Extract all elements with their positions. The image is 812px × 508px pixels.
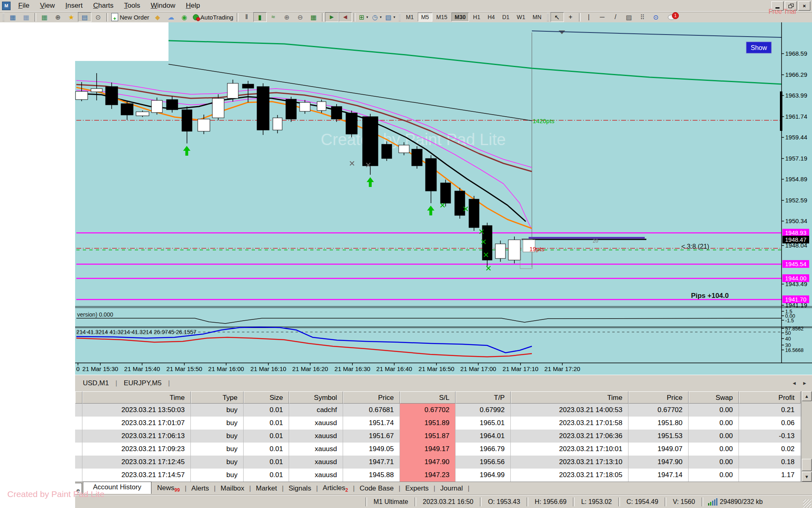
indicators-button[interactable]: ⊞▾ bbox=[357, 12, 370, 22]
tab-experts[interactable]: Experts bbox=[400, 484, 434, 493]
periods-button[interactable]: ◷▾ bbox=[370, 12, 384, 22]
scroll-down-icon[interactable]: ▼ bbox=[802, 472, 812, 482]
cell-symbol: xauusd bbox=[289, 456, 343, 469]
price-chart[interactable]: Created by Paint Pad Lite19pts1420pts< 3… bbox=[0, 22, 812, 375]
templates-button[interactable]: ▧▾ bbox=[384, 12, 397, 22]
column-header-size[interactable]: Size bbox=[244, 391, 289, 404]
tab-code-base[interactable]: Code Base bbox=[355, 484, 399, 493]
signals-button[interactable]: ◉ bbox=[178, 12, 191, 22]
objects-grid-button[interactable]: ⠿ bbox=[636, 12, 649, 22]
tab-articles[interactable]: Articles2 bbox=[318, 484, 353, 493]
table-scrollbar[interactable]: ▲▼ bbox=[801, 391, 812, 482]
chart-shift-button[interactable]: ◄ bbox=[339, 12, 352, 22]
column-header-price[interactable]: Price bbox=[628, 391, 689, 404]
table-row[interactable]: 2023.03.21 17:01:07buy0.01xauusd1951.741… bbox=[75, 417, 812, 430]
candlestick-chart-button[interactable]: ▮ bbox=[253, 12, 267, 22]
navigator-button[interactable]: ★ bbox=[65, 12, 78, 22]
chart-tab-eurjpy-m5[interactable]: EURJPY,M5 bbox=[118, 379, 167, 387]
timeframe-m1[interactable]: M1 bbox=[403, 13, 417, 22]
close-button[interactable]: × bbox=[798, 1, 810, 11]
column-header-price[interactable]: Price bbox=[343, 391, 400, 404]
table-row[interactable]: 2023.03.21 13:50:03buy0.01cadchf0.676810… bbox=[75, 404, 812, 417]
cell-symbol: xauusd bbox=[289, 417, 343, 430]
profiles-button[interactable]: ▦ bbox=[19, 12, 33, 22]
menu-insert[interactable]: Insert bbox=[60, 0, 88, 11]
table-row[interactable]: 2023.03.21 17:06:13buy0.01xauusd1951.671… bbox=[75, 430, 812, 443]
menu-file[interactable]: File bbox=[13, 0, 35, 11]
price-axis-label: 1963.99 bbox=[785, 92, 807, 99]
timeframe-m15[interactable]: M15 bbox=[433, 13, 451, 22]
tab-signals[interactable]: Signals bbox=[284, 484, 316, 493]
cell-type: buy bbox=[191, 417, 244, 430]
market-watch-button[interactable]: ⊕ bbox=[51, 12, 65, 22]
tab-mailbox[interactable]: Mailbox bbox=[216, 484, 249, 493]
bar-chart-button[interactable]: ‖ bbox=[240, 12, 253, 22]
zoom-out-icon: ⊖ bbox=[298, 13, 303, 21]
menu-charts[interactable]: Charts bbox=[88, 0, 119, 11]
chart-tab-separator: | bbox=[168, 379, 170, 387]
column-header-swap[interactable]: Swap bbox=[689, 391, 739, 404]
mql5-community-button[interactable]: ☁ bbox=[164, 12, 178, 22]
line-chart-button[interactable]: ≈ bbox=[267, 12, 280, 22]
table-row[interactable]: 2023.03.21 17:12:45buy0.01xauusd1947.711… bbox=[75, 456, 812, 469]
column-header-sl[interactable]: S/L bbox=[400, 391, 456, 404]
equidistant-channel-button[interactable]: ▨ bbox=[622, 12, 636, 22]
column-header-profit[interactable]: Profit bbox=[739, 391, 801, 404]
column-header-tp[interactable]: T/P bbox=[456, 391, 511, 404]
table-row[interactable]: 2023.03.21 17:09:23buy0.01xauusd1949.051… bbox=[75, 443, 812, 456]
zoom-out-button[interactable]: ⊖ bbox=[294, 12, 307, 22]
menu-view[interactable]: View bbox=[35, 0, 60, 11]
timeframe-m5[interactable]: M5 bbox=[418, 13, 432, 22]
zoom-in-button[interactable]: ⊕ bbox=[280, 12, 294, 22]
crosshair-button[interactable]: + bbox=[564, 12, 577, 22]
timeframe-m30[interactable]: M30 bbox=[451, 13, 469, 22]
tile-windows-button[interactable]: ▦ bbox=[307, 12, 320, 22]
scroll-up-icon[interactable]: ▲ bbox=[802, 391, 812, 401]
chat-button[interactable]: 1 bbox=[665, 12, 678, 22]
data-window-button[interactable]: ▦ bbox=[38, 12, 51, 22]
auto-scroll-button[interactable]: ► bbox=[325, 12, 339, 22]
scroll-left-icon[interactable]: ◄ bbox=[790, 380, 798, 387]
new-chart-button[interactable]: ▦ bbox=[6, 12, 19, 22]
cell-sl: 1947.23 bbox=[400, 469, 456, 482]
indicators-icon: ⊞ bbox=[359, 13, 364, 21]
timeframe-mn[interactable]: MN bbox=[529, 13, 545, 22]
toolbar-separator bbox=[35, 13, 36, 22]
column-header[interactable] bbox=[75, 391, 82, 404]
chart-tab-usd-m1[interactable]: USD,M1 bbox=[77, 379, 114, 387]
resize-grip-icon[interactable] bbox=[803, 499, 811, 508]
search-icon: ⊙ bbox=[653, 13, 658, 21]
show-button[interactable]: Show bbox=[746, 42, 771, 53]
scrollbar-thumb[interactable] bbox=[802, 459, 812, 471]
menu-tools[interactable]: Tools bbox=[119, 0, 146, 11]
timeframe-h1[interactable]: H1 bbox=[470, 13, 484, 22]
timeframe-d1[interactable]: D1 bbox=[499, 13, 513, 22]
menu-help[interactable]: Help bbox=[181, 0, 205, 11]
vertical-line-button[interactable]: | bbox=[582, 12, 596, 22]
timeframe-h4[interactable]: H4 bbox=[484, 13, 498, 22]
new-order-button[interactable]: +New Order bbox=[110, 12, 151, 22]
terminal-button[interactable]: ▤ bbox=[78, 12, 91, 22]
strategy-tester-button[interactable]: ⊙ bbox=[91, 12, 105, 22]
column-header-type[interactable]: Type bbox=[191, 391, 244, 404]
candle-bearish bbox=[346, 113, 357, 134]
expert-advisors-button[interactable]: ◆ bbox=[151, 12, 164, 22]
table-row[interactable]: 2023.03.21 17:14:57buy0.01xauusd1945.881… bbox=[75, 469, 812, 482]
status-separator bbox=[618, 497, 620, 506]
trendline-icon: / bbox=[615, 13, 616, 21]
horizontal-line-button[interactable]: ─ bbox=[596, 12, 609, 22]
autotrading-button[interactable]: AutoTrading bbox=[191, 12, 235, 22]
column-header-symbol[interactable]: Symbol bbox=[289, 391, 343, 404]
column-header-time[interactable]: Time bbox=[82, 391, 191, 404]
tab-journal[interactable]: Journal bbox=[435, 484, 468, 493]
scroll-right-icon[interactable]: ► bbox=[801, 380, 809, 387]
menu-window[interactable]: Window bbox=[145, 0, 180, 11]
trendline-button[interactable]: / bbox=[609, 12, 622, 22]
timeframe-w1[interactable]: W1 bbox=[514, 13, 529, 22]
tab-news[interactable]: News99 bbox=[152, 484, 185, 493]
column-header-time[interactable]: Time bbox=[511, 391, 628, 404]
tab-market[interactable]: Market bbox=[251, 484, 282, 493]
tab-alerts[interactable]: Alerts bbox=[186, 484, 214, 493]
search-button[interactable]: ⊙ bbox=[649, 12, 663, 22]
cursor-button[interactable]: ↖ bbox=[551, 12, 564, 22]
